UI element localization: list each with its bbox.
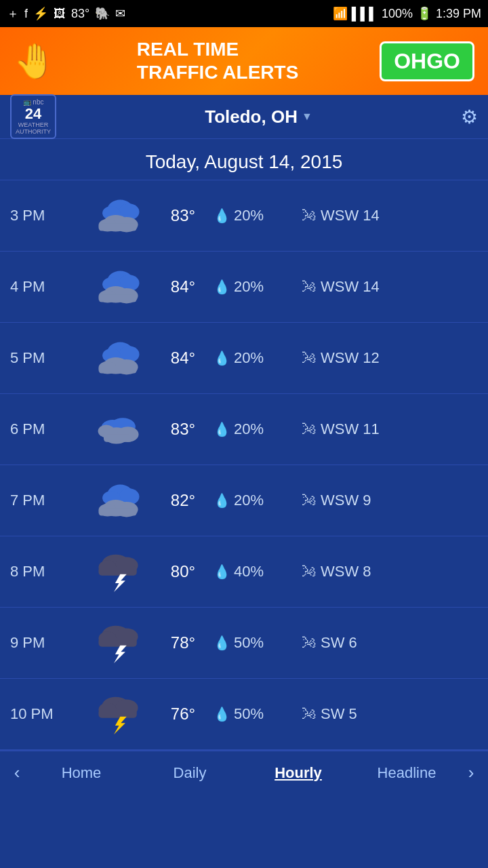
row-icon-6: [85, 621, 152, 665]
row-precip-7: 💧 50%: [214, 705, 302, 723]
wind-icon: 🌬: [302, 634, 317, 652]
mail-icon: ✉: [115, 6, 125, 21]
svg-marker-38: [114, 574, 127, 591]
wind-icon: 🌬: [302, 705, 317, 723]
row-time-7: 10 PM: [10, 705, 85, 723]
clock: 1:39 PM: [436, 7, 481, 21]
evernote-icon: 🐘: [95, 6, 110, 21]
row-precip-4: 💧 20%: [214, 492, 302, 509]
drop-icon: 💧: [214, 492, 230, 509]
bottom-nav: ‹ Home Daily Hourly Headline ›: [0, 750, 488, 794]
battery-icon: 🔋: [417, 6, 432, 21]
row-icon-0: [85, 194, 152, 238]
weather-row: 4 PM 84° 💧 20% 🌬 WSW 14: [0, 252, 488, 323]
drop-icon: 💧: [214, 350, 230, 366]
ad-logo[interactable]: OHGO: [380, 41, 474, 81]
row-precip-6: 💧 50%: [214, 634, 302, 652]
status-bar: ＋ f ⚡ 🖼 83° 🐘 ✉ 📶 ▌▌▌ 100% 🔋 1:39 PM: [0, 0, 488, 27]
drop-icon: 💧: [214, 564, 230, 580]
weather-label: WEATHERAUTHORITY: [16, 122, 51, 136]
row-time-6: 9 PM: [10, 634, 85, 652]
wind-icon: 🌬: [302, 420, 317, 438]
row-icon-2: [85, 336, 152, 380]
row-temp-3: 83°: [152, 420, 214, 439]
row-icon-3: [85, 408, 152, 452]
row-precip-5: 💧 40%: [214, 563, 302, 580]
wind-icon: 🌬: [302, 278, 317, 296]
ad-text: REAL TIME TRAFFIC ALERTS: [137, 38, 299, 83]
nav-hourly[interactable]: Hourly: [244, 757, 352, 789]
wifi-icon: 📶: [333, 6, 348, 21]
row-time-4: 7 PM: [10, 492, 85, 509]
row-temp-7: 76°: [152, 705, 214, 724]
svg-rect-42: [98, 637, 136, 646]
date-bar: Today, August 14, 2015: [0, 139, 488, 180]
row-time-2: 5 PM: [10, 349, 85, 367]
row-icon-4: [85, 479, 152, 523]
location-arrow-icon: ▼: [302, 111, 312, 123]
row-icon-1: [85, 265, 152, 309]
row-wind-3: 🌬 WSW 11: [302, 420, 478, 438]
weather-row: 7 PM 82° 💧 20% 🌬 WSW 9: [0, 465, 488, 536]
row-temp-4: 82°: [152, 491, 214, 510]
row-wind-5: 🌬 WSW 8: [302, 563, 478, 580]
weather-row: 3 PM 83° 💧 20% 🌬 WSW 14: [0, 180, 488, 252]
drop-icon: 💧: [214, 279, 230, 295]
location-text: Toledo, OH: [205, 106, 298, 127]
wind-icon: 🌬: [302, 563, 317, 580]
svg-rect-47: [98, 709, 136, 717]
wind-icon: 🌬: [302, 207, 317, 224]
row-time-0: 3 PM: [10, 207, 85, 224]
row-temp-0: 83°: [152, 206, 214, 225]
row-icon-5: [85, 550, 152, 594]
nav-headline[interactable]: Headline: [352, 757, 461, 789]
facebook-icon: f: [24, 7, 28, 21]
logo-area: 📺 nbc 24 WEATHERAUTHORITY: [10, 94, 56, 140]
svg-rect-26: [104, 434, 132, 441]
weather-rows: 3 PM 83° 💧 20% 🌬 WSW 14 4 PM: [0, 180, 488, 750]
image-icon: 🖼: [54, 7, 66, 21]
ad-hand-icon: 🤚: [14, 41, 56, 81]
nav-next-button[interactable]: ›: [461, 762, 481, 783]
channel-logo: 📺 nbc 24 WEATHERAUTHORITY: [10, 94, 56, 140]
signal-icon: ▌▌▌: [352, 7, 378, 21]
date-text: Today, August 14, 2015: [146, 151, 343, 172]
settings-button[interactable]: ⚙: [461, 106, 478, 128]
drop-icon: 💧: [214, 706, 230, 722]
weather-row: 8 PM 80° 💧 40% 🌬 WSW 8: [0, 536, 488, 608]
row-precip-1: 💧 20%: [214, 278, 302, 296]
row-icon-7: [85, 692, 152, 736]
weather-row: 5 PM 84° 💧 20% 🌬 WSW 12: [0, 323, 488, 394]
location-display[interactable]: Toledo, OH ▼: [205, 106, 312, 127]
weather-row: 10 PM 76° 💧 50% 🌬 SW 5: [0, 679, 488, 750]
wind-icon: 🌬: [302, 492, 317, 509]
ad-banner[interactable]: 🤚 REAL TIME TRAFFIC ALERTS OHGO: [0, 27, 488, 95]
row-temp-6: 78°: [152, 633, 214, 652]
row-time-3: 6 PM: [10, 420, 85, 438]
row-wind-7: 🌬 SW 5: [302, 705, 478, 723]
svg-rect-33: [98, 508, 136, 515]
row-time-1: 4 PM: [10, 278, 85, 296]
drop-icon: 💧: [214, 208, 230, 224]
nav-daily[interactable]: Daily: [136, 757, 244, 789]
svg-rect-13: [98, 294, 136, 302]
temp-status: 83°: [71, 7, 89, 21]
svg-marker-43: [114, 645, 127, 663]
drop-icon: 💧: [214, 421, 230, 437]
row-wind-1: 🌬 WSW 14: [302, 278, 478, 296]
row-precip-2: 💧 20%: [214, 349, 302, 367]
svg-rect-37: [98, 566, 136, 575]
channel-number: 24: [16, 106, 51, 122]
row-precip-3: 💧 20%: [214, 420, 302, 438]
svg-rect-20: [98, 366, 136, 373]
app-header: 📺 nbc 24 WEATHERAUTHORITY Toledo, OH ▼ ⚙: [0, 95, 488, 139]
plus-icon: ＋: [7, 5, 19, 22]
row-wind-6: 🌬 SW 6: [302, 634, 478, 652]
drop-icon: 💧: [214, 635, 230, 651]
nav-home[interactable]: Home: [27, 757, 136, 789]
nav-prev-button[interactable]: ‹: [7, 762, 27, 783]
row-time-5: 8 PM: [10, 563, 85, 580]
row-wind-0: 🌬 WSW 14: [302, 207, 478, 224]
row-temp-2: 84°: [152, 349, 214, 368]
svg-rect-6: [98, 223, 136, 231]
